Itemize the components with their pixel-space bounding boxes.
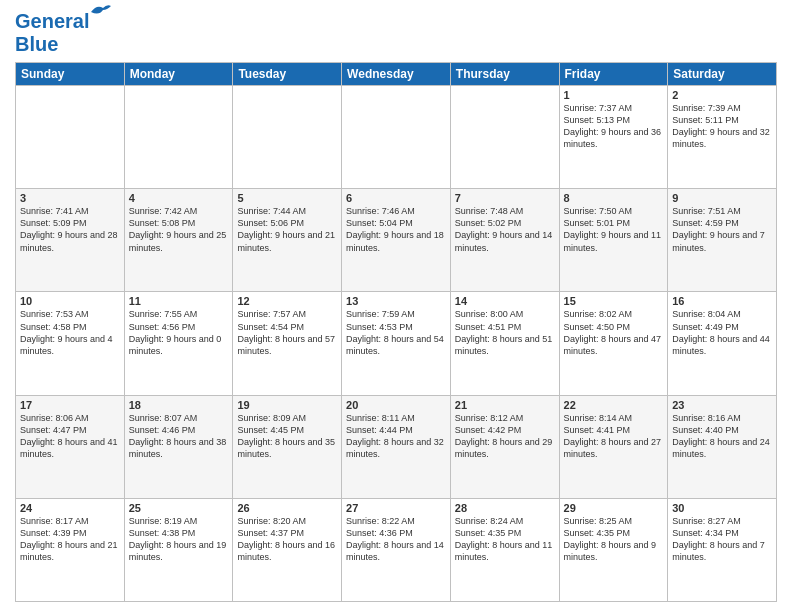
- day-number: 6: [346, 192, 446, 204]
- calendar-cell: 29Sunrise: 8:25 AM Sunset: 4:35 PM Dayli…: [559, 498, 668, 601]
- day-info: Sunrise: 8:16 AM Sunset: 4:40 PM Dayligh…: [672, 412, 772, 461]
- day-number: 14: [455, 295, 555, 307]
- day-number: 13: [346, 295, 446, 307]
- calendar-cell: [342, 86, 451, 189]
- day-info: Sunrise: 8:07 AM Sunset: 4:46 PM Dayligh…: [129, 412, 229, 461]
- logo-bird-icon: [89, 2, 111, 20]
- logo-text: General: [15, 10, 89, 32]
- day-number: 27: [346, 502, 446, 514]
- logo-blue: Blue: [15, 33, 58, 55]
- calendar-cell: 3Sunrise: 7:41 AM Sunset: 5:09 PM Daylig…: [16, 189, 125, 292]
- day-info: Sunrise: 8:00 AM Sunset: 4:51 PM Dayligh…: [455, 308, 555, 357]
- logo: General Blue: [15, 10, 89, 56]
- calendar-cell: 13Sunrise: 7:59 AM Sunset: 4:53 PM Dayli…: [342, 292, 451, 395]
- weekday-header-saturday: Saturday: [668, 63, 777, 86]
- calendar-table: SundayMondayTuesdayWednesdayThursdayFrid…: [15, 62, 777, 602]
- day-info: Sunrise: 7:57 AM Sunset: 4:54 PM Dayligh…: [237, 308, 337, 357]
- day-info: Sunrise: 7:37 AM Sunset: 5:13 PM Dayligh…: [564, 102, 664, 151]
- day-info: Sunrise: 8:14 AM Sunset: 4:41 PM Dayligh…: [564, 412, 664, 461]
- day-number: 23: [672, 399, 772, 411]
- day-number: 3: [20, 192, 120, 204]
- day-info: Sunrise: 7:53 AM Sunset: 4:58 PM Dayligh…: [20, 308, 120, 357]
- calendar-cell: 18Sunrise: 8:07 AM Sunset: 4:46 PM Dayli…: [124, 395, 233, 498]
- calendar-cell: 9Sunrise: 7:51 AM Sunset: 4:59 PM Daylig…: [668, 189, 777, 292]
- day-number: 16: [672, 295, 772, 307]
- calendar-cell: [233, 86, 342, 189]
- day-number: 2: [672, 89, 772, 101]
- calendar-cell: 25Sunrise: 8:19 AM Sunset: 4:38 PM Dayli…: [124, 498, 233, 601]
- day-info: Sunrise: 8:02 AM Sunset: 4:50 PM Dayligh…: [564, 308, 664, 357]
- day-number: 25: [129, 502, 229, 514]
- calendar-cell: 1Sunrise: 7:37 AM Sunset: 5:13 PM Daylig…: [559, 86, 668, 189]
- calendar-cell: 12Sunrise: 7:57 AM Sunset: 4:54 PM Dayli…: [233, 292, 342, 395]
- calendar-cell: 26Sunrise: 8:20 AM Sunset: 4:37 PM Dayli…: [233, 498, 342, 601]
- day-number: 7: [455, 192, 555, 204]
- week-row-2: 3Sunrise: 7:41 AM Sunset: 5:09 PM Daylig…: [16, 189, 777, 292]
- day-info: Sunrise: 7:39 AM Sunset: 5:11 PM Dayligh…: [672, 102, 772, 151]
- day-info: Sunrise: 7:42 AM Sunset: 5:08 PM Dayligh…: [129, 205, 229, 254]
- day-number: 4: [129, 192, 229, 204]
- page: General Blue SundayMondayTuesdayWednesda…: [0, 0, 792, 612]
- day-info: Sunrise: 7:46 AM Sunset: 5:04 PM Dayligh…: [346, 205, 446, 254]
- day-number: 12: [237, 295, 337, 307]
- day-number: 15: [564, 295, 664, 307]
- calendar-cell: 22Sunrise: 8:14 AM Sunset: 4:41 PM Dayli…: [559, 395, 668, 498]
- calendar-cell: 30Sunrise: 8:27 AM Sunset: 4:34 PM Dayli…: [668, 498, 777, 601]
- day-info: Sunrise: 8:27 AM Sunset: 4:34 PM Dayligh…: [672, 515, 772, 564]
- calendar-cell: 5Sunrise: 7:44 AM Sunset: 5:06 PM Daylig…: [233, 189, 342, 292]
- calendar-cell: [16, 86, 125, 189]
- day-number: 11: [129, 295, 229, 307]
- calendar-cell: 2Sunrise: 7:39 AM Sunset: 5:11 PM Daylig…: [668, 86, 777, 189]
- week-row-5: 24Sunrise: 8:17 AM Sunset: 4:39 PM Dayli…: [16, 498, 777, 601]
- day-info: Sunrise: 8:06 AM Sunset: 4:47 PM Dayligh…: [20, 412, 120, 461]
- day-info: Sunrise: 7:50 AM Sunset: 5:01 PM Dayligh…: [564, 205, 664, 254]
- weekday-header-wednesday: Wednesday: [342, 63, 451, 86]
- day-info: Sunrise: 8:22 AM Sunset: 4:36 PM Dayligh…: [346, 515, 446, 564]
- day-info: Sunrise: 7:51 AM Sunset: 4:59 PM Dayligh…: [672, 205, 772, 254]
- calendar-cell: 7Sunrise: 7:48 AM Sunset: 5:02 PM Daylig…: [450, 189, 559, 292]
- day-info: Sunrise: 7:44 AM Sunset: 5:06 PM Dayligh…: [237, 205, 337, 254]
- day-number: 17: [20, 399, 120, 411]
- weekday-header-tuesday: Tuesday: [233, 63, 342, 86]
- header: General Blue: [15, 10, 777, 56]
- calendar-cell: 21Sunrise: 8:12 AM Sunset: 4:42 PM Dayli…: [450, 395, 559, 498]
- weekday-header-sunday: Sunday: [16, 63, 125, 86]
- calendar-cell: 15Sunrise: 8:02 AM Sunset: 4:50 PM Dayli…: [559, 292, 668, 395]
- calendar-cell: 4Sunrise: 7:42 AM Sunset: 5:08 PM Daylig…: [124, 189, 233, 292]
- calendar-cell: [124, 86, 233, 189]
- calendar-cell: 8Sunrise: 7:50 AM Sunset: 5:01 PM Daylig…: [559, 189, 668, 292]
- week-row-3: 10Sunrise: 7:53 AM Sunset: 4:58 PM Dayli…: [16, 292, 777, 395]
- day-number: 8: [564, 192, 664, 204]
- calendar-cell: 20Sunrise: 8:11 AM Sunset: 4:44 PM Dayli…: [342, 395, 451, 498]
- calendar-cell: 19Sunrise: 8:09 AM Sunset: 4:45 PM Dayli…: [233, 395, 342, 498]
- day-info: Sunrise: 8:25 AM Sunset: 4:35 PM Dayligh…: [564, 515, 664, 564]
- day-info: Sunrise: 8:19 AM Sunset: 4:38 PM Dayligh…: [129, 515, 229, 564]
- day-info: Sunrise: 8:12 AM Sunset: 4:42 PM Dayligh…: [455, 412, 555, 461]
- day-info: Sunrise: 8:20 AM Sunset: 4:37 PM Dayligh…: [237, 515, 337, 564]
- calendar-cell: 24Sunrise: 8:17 AM Sunset: 4:39 PM Dayli…: [16, 498, 125, 601]
- day-number: 24: [20, 502, 120, 514]
- weekday-header-monday: Monday: [124, 63, 233, 86]
- day-number: 19: [237, 399, 337, 411]
- day-number: 26: [237, 502, 337, 514]
- day-info: Sunrise: 7:59 AM Sunset: 4:53 PM Dayligh…: [346, 308, 446, 357]
- day-info: Sunrise: 7:41 AM Sunset: 5:09 PM Dayligh…: [20, 205, 120, 254]
- calendar-cell: 11Sunrise: 7:55 AM Sunset: 4:56 PM Dayli…: [124, 292, 233, 395]
- day-number: 9: [672, 192, 772, 204]
- day-info: Sunrise: 8:04 AM Sunset: 4:49 PM Dayligh…: [672, 308, 772, 357]
- day-number: 20: [346, 399, 446, 411]
- calendar-cell: 14Sunrise: 8:00 AM Sunset: 4:51 PM Dayli…: [450, 292, 559, 395]
- week-row-4: 17Sunrise: 8:06 AM Sunset: 4:47 PM Dayli…: [16, 395, 777, 498]
- day-info: Sunrise: 8:09 AM Sunset: 4:45 PM Dayligh…: [237, 412, 337, 461]
- weekday-header-row: SundayMondayTuesdayWednesdayThursdayFrid…: [16, 63, 777, 86]
- day-number: 5: [237, 192, 337, 204]
- week-row-1: 1Sunrise: 7:37 AM Sunset: 5:13 PM Daylig…: [16, 86, 777, 189]
- calendar-cell: 17Sunrise: 8:06 AM Sunset: 4:47 PM Dayli…: [16, 395, 125, 498]
- day-info: Sunrise: 8:17 AM Sunset: 4:39 PM Dayligh…: [20, 515, 120, 564]
- weekday-header-thursday: Thursday: [450, 63, 559, 86]
- calendar-cell: 6Sunrise: 7:46 AM Sunset: 5:04 PM Daylig…: [342, 189, 451, 292]
- day-number: 1: [564, 89, 664, 101]
- day-number: 10: [20, 295, 120, 307]
- calendar-cell: [450, 86, 559, 189]
- day-number: 29: [564, 502, 664, 514]
